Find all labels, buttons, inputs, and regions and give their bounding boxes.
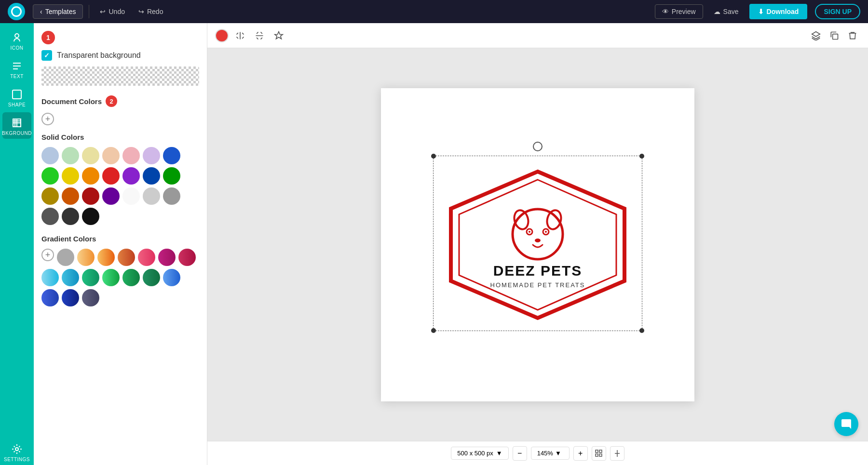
gradient-color-swatch[interactable] xyxy=(57,249,74,266)
preview-button[interactable]: 👁 Preview xyxy=(655,4,703,19)
gradient-color-swatch[interactable] xyxy=(158,249,176,266)
rotate-handle[interactable] xyxy=(533,142,542,151)
gradient-color-swatch[interactable] xyxy=(102,269,120,286)
gradient-color-swatch[interactable] xyxy=(82,289,99,306)
svg-marker-4 xyxy=(451,172,624,318)
undo-button[interactable]: ↩ Undo xyxy=(95,5,129,18)
templates-button[interactable]: ‹ Templates xyxy=(33,4,83,19)
background-panel: 1 Transparent background Document Colors… xyxy=(34,23,207,465)
delete-button[interactable] xyxy=(845,28,860,43)
save-button[interactable]: ☁ Save xyxy=(707,5,746,18)
app-logo[interactable] xyxy=(8,3,25,20)
gradient-color-swatch[interactable] xyxy=(122,269,140,286)
svg-text:DEEZ PETS: DEEZ PETS xyxy=(493,263,583,279)
effects-button[interactable] xyxy=(271,28,286,43)
redo-button[interactable]: ↪ Redo xyxy=(134,5,168,18)
solid-color-swatch[interactable] xyxy=(82,208,99,225)
handle-top-left[interactable] xyxy=(431,154,436,159)
zoom-level: 145% xyxy=(537,450,553,457)
handle-bottom-left[interactable] xyxy=(431,328,436,333)
svg-point-2 xyxy=(15,448,18,451)
solid-color-swatch[interactable] xyxy=(163,187,180,205)
sidebar-item-text[interactable]: TEXT xyxy=(2,55,31,82)
solid-color-swatch[interactable] xyxy=(122,147,140,164)
signup-button[interactable]: SIGN UP xyxy=(815,4,860,19)
gradient-color-swatch[interactable] xyxy=(143,269,160,286)
solid-color-swatch[interactable] xyxy=(41,187,59,205)
solid-color-swatch[interactable] xyxy=(82,187,99,205)
transparent-bg-label: Transparent background xyxy=(57,51,141,60)
grid-toggle-button[interactable] xyxy=(592,446,606,461)
sidebar-item-shape[interactable]: SHAPE xyxy=(2,84,31,110)
download-button[interactable]: ⬇ Download xyxy=(749,4,808,19)
gradient-color-swatch[interactable] xyxy=(41,269,59,286)
shape-icon xyxy=(11,89,23,100)
duplicate-button[interactable] xyxy=(827,28,842,43)
zoom-in-button[interactable]: + xyxy=(573,446,588,461)
zoom-display[interactable]: 145% ▼ xyxy=(531,447,570,460)
solid-color-swatch[interactable] xyxy=(102,187,120,205)
solid-color-swatch[interactable] xyxy=(41,208,59,225)
center-align-button[interactable] xyxy=(610,446,624,461)
solid-color-swatch[interactable] xyxy=(41,167,59,185)
gradient-color-swatch[interactable] xyxy=(178,249,196,266)
solid-color-swatch[interactable] xyxy=(82,147,99,164)
zoom-out-icon: − xyxy=(517,449,522,458)
solid-color-swatch[interactable] xyxy=(62,208,79,225)
flip-vertical-button[interactable] xyxy=(252,28,267,43)
gradient-color-swatch[interactable] xyxy=(97,249,115,266)
solid-color-swatch[interactable] xyxy=(143,167,160,185)
solid-color-swatch[interactable] xyxy=(62,147,79,164)
canvas-container[interactable]: DEEZ PETS HOMEMADE PET TREATS xyxy=(207,48,868,441)
gradient-color-swatch[interactable] xyxy=(82,269,99,286)
effects-icon xyxy=(274,31,284,40)
icon-label: ICON xyxy=(11,45,24,51)
canvas-size-selector[interactable]: 500 x 500 px ▼ xyxy=(451,447,508,460)
solid-color-swatch[interactable] xyxy=(122,167,140,185)
gradient-color-swatch[interactable] xyxy=(138,249,155,266)
solid-color-swatch[interactable] xyxy=(163,147,180,164)
sidebar-item-icon[interactable]: ICON xyxy=(2,27,31,53)
solid-colors-label: Solid Colors xyxy=(41,133,84,141)
sidebar-item-bkground[interactable]: BKGROUND xyxy=(2,112,31,139)
handle-bottom-right[interactable] xyxy=(639,328,644,333)
gradient-color-grid: + xyxy=(41,249,199,306)
gradient-color-swatch[interactable] xyxy=(62,269,79,286)
flip-h-icon xyxy=(235,31,245,40)
zoom-out-button[interactable]: − xyxy=(513,446,527,461)
gradient-color-swatch[interactable] xyxy=(62,289,79,306)
transparent-bg-checkbox[interactable] xyxy=(41,50,52,61)
canvas-background[interactable]: DEEZ PETS HOMEMADE PET TREATS xyxy=(381,88,694,401)
checkerboard-preview xyxy=(41,66,199,86)
solid-color-swatch[interactable] xyxy=(143,187,160,205)
solid-color-swatch[interactable] xyxy=(62,167,79,185)
fill-color-button[interactable] xyxy=(215,29,229,42)
canvas-toolbar xyxy=(207,23,868,48)
flip-horizontal-button[interactable] xyxy=(232,28,248,43)
layers-button[interactable] xyxy=(808,28,824,43)
save-label: Save xyxy=(723,8,739,15)
chat-button[interactable] xyxy=(834,412,858,436)
solid-color-swatch[interactable] xyxy=(62,187,79,205)
solid-color-swatch[interactable] xyxy=(143,147,160,164)
zoom-in-icon: + xyxy=(578,449,583,458)
solid-color-swatch[interactable] xyxy=(41,147,59,164)
svg-point-6 xyxy=(513,209,563,259)
logo-svg[interactable]: DEEZ PETS HOMEMADE PET TREATS xyxy=(436,163,639,327)
solid-color-swatch[interactable] xyxy=(82,167,99,185)
gradient-color-swatch[interactable] xyxy=(41,289,59,306)
sidebar-item-settings[interactable]: SETTINGS xyxy=(2,438,31,465)
gradient-color-swatch[interactable] xyxy=(77,249,95,266)
solid-color-swatch[interactable] xyxy=(102,147,120,164)
add-gradient-button[interactable]: + xyxy=(41,249,54,261)
add-document-color-button[interactable]: + xyxy=(41,113,54,125)
svg-marker-5 xyxy=(459,180,616,310)
icon-icon xyxy=(11,32,23,43)
solid-color-swatch[interactable] xyxy=(102,167,120,185)
solid-color-swatch[interactable] xyxy=(163,167,180,185)
handle-top-right[interactable] xyxy=(639,154,644,159)
download-icon: ⬇ xyxy=(758,8,764,15)
gradient-color-swatch[interactable] xyxy=(118,249,135,266)
gradient-color-swatch[interactable] xyxy=(163,269,180,286)
solid-color-swatch[interactable] xyxy=(122,187,140,205)
